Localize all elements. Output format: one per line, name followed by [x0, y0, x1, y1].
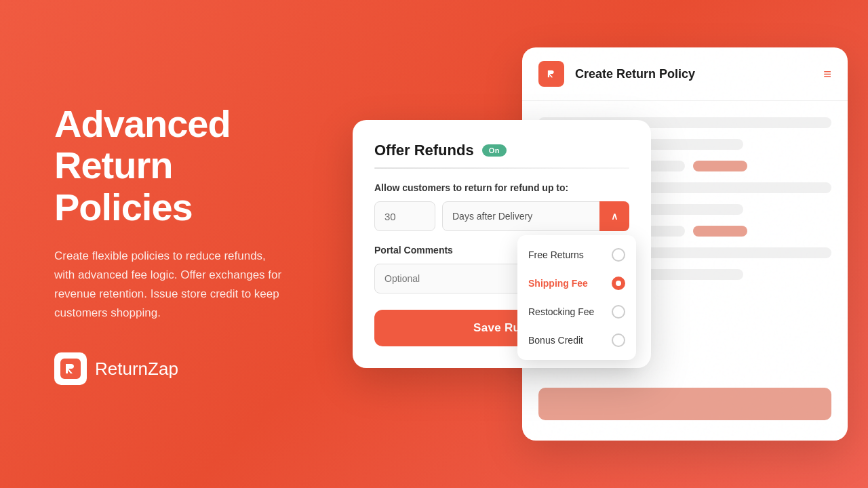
dropdown-label-free-returns: Free Returns [528, 249, 584, 260]
app-header-title: Create Return Policy [575, 67, 812, 81]
radio-free-returns[interactable] [612, 248, 625, 262]
header-logo-svg [544, 66, 559, 81]
days-select-wrapper: Free Returns Shipping Fee Restocking Fee [442, 201, 629, 231]
app-header-logo [538, 61, 564, 87]
dropdown-item-free-returns[interactable]: Free Returns [517, 241, 636, 269]
bg-accent-1 [693, 161, 747, 171]
dropdown-label-restocking-fee: Restocking Fee [528, 306, 594, 317]
app-header: Create Return Policy ≡ [522, 47, 848, 101]
bg-save-button [538, 388, 831, 420]
right-panel: Create Return Policy ≡ [326, 0, 868, 488]
radio-shipping-fee[interactable] [612, 277, 625, 290]
brand-logo [54, 352, 87, 385]
dropdown-item-bonus-credit[interactable]: Bonus Credit [517, 326, 636, 354]
dropdown-item-restocking-fee[interactable]: Restocking Fee [517, 298, 636, 326]
brand-logo-svg [60, 359, 81, 379]
days-input-row: Free Returns Shipping Fee Restocking Fee [374, 201, 629, 231]
main-container: Advanced Return Policies Create flexible… [0, 0, 868, 488]
subtext: Create flexible policies to reduce refun… [54, 247, 285, 323]
brand: ReturnZap [54, 352, 285, 385]
days-input[interactable] [374, 201, 435, 231]
hamburger-icon[interactable]: ≡ [823, 66, 831, 82]
toggle-badge[interactable]: On [482, 144, 507, 157]
card-divider [374, 167, 629, 169]
dropdown-label-bonus-credit: Bonus Credit [528, 335, 583, 346]
dropdown-item-shipping-fee[interactable]: Shipping Fee [517, 269, 636, 298]
brand-name-light: Zap [148, 359, 178, 379]
main-card: Offer Refunds On Allow customers to retu… [353, 120, 651, 368]
headline-line2: Return Policies [54, 144, 193, 228]
svg-rect-2 [548, 70, 549, 77]
brand-name-bold: Return [95, 359, 148, 379]
section-heading: Offer Refunds [374, 142, 474, 159]
dropdown-menu: Free Returns Shipping Fee Restocking Fee [517, 235, 636, 360]
headline: Advanced Return Policies [54, 103, 285, 228]
brand-name: ReturnZap [95, 359, 178, 380]
select-chevron[interactable] [599, 201, 629, 231]
radio-bonus-credit[interactable] [612, 333, 625, 347]
card-section-title: Offer Refunds On [374, 142, 629, 159]
headline-line1: Advanced [54, 102, 231, 145]
bg-accent-2 [693, 226, 747, 237]
dropdown-label-shipping-fee: Shipping Fee [528, 278, 588, 289]
left-panel: Advanced Return Policies Create flexible… [0, 62, 326, 426]
svg-rect-1 [66, 364, 68, 373]
radio-restocking-fee[interactable] [612, 305, 625, 319]
refund-field-label: Allow customers to return for refund up … [374, 182, 629, 193]
